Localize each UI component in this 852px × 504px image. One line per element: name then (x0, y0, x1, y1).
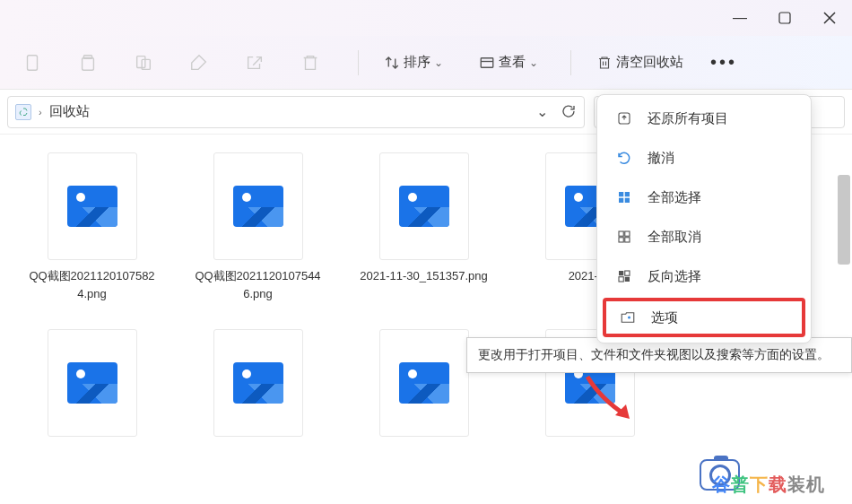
svg-rect-1 (28, 55, 38, 70)
file-item[interactable] (193, 329, 323, 437)
recycle-bin-icon (15, 104, 31, 120)
svg-rect-18 (625, 238, 630, 242)
svg-rect-12 (625, 192, 630, 196)
more-button[interactable]: ••• (701, 52, 746, 73)
svg-rect-15 (619, 231, 623, 236)
file-thumbnail-image (213, 329, 303, 437)
menu-restore-all[interactable]: 还原所有项目 (597, 99, 811, 138)
svg-rect-16 (625, 231, 630, 236)
svg-rect-3 (83, 57, 94, 70)
paste-button[interactable] (125, 44, 162, 82)
file-thumbnail-image (48, 152, 137, 260)
trash-icon (300, 53, 320, 73)
svg-rect-13 (619, 198, 623, 203)
sort-label: 排序 (404, 54, 430, 71)
toolbar: 排序 ⌄ 查看 ⌄ 清空回收站 ••• (0, 36, 852, 90)
file-item[interactable]: 2021-11-30_151357.png (359, 152, 489, 302)
cut-icon (22, 53, 42, 73)
sort-button[interactable]: 排序 ⌄ (369, 47, 457, 78)
file-item[interactable]: QQ截图20211201075446.png (193, 152, 323, 302)
refresh-icon[interactable] (561, 103, 577, 119)
view-icon (479, 55, 495, 71)
share-button[interactable] (236, 44, 274, 82)
svg-rect-11 (619, 192, 623, 196)
more-icon: ••• (710, 52, 737, 72)
svg-rect-0 (779, 13, 790, 23)
invert-icon (615, 267, 633, 285)
paste-icon (134, 53, 153, 73)
minimize-button[interactable]: — (717, 0, 762, 36)
chevron-down-icon[interactable]: ⌄ (536, 103, 548, 120)
toolbar-separator (358, 50, 359, 75)
svg-rect-14 (625, 198, 630, 203)
menu-label: 全部取消 (648, 229, 701, 246)
scrollbar-thumb[interactable] (838, 175, 850, 265)
menu-label: 反向选择 (648, 268, 701, 285)
menu-select-none[interactable]: 全部取消 (597, 217, 811, 256)
restore-icon (615, 109, 633, 127)
svg-rect-20 (625, 271, 630, 275)
select-all-icon (615, 188, 633, 206)
file-name: QQ截图20211201075446.png (193, 267, 323, 302)
chevron-down-icon: ⌄ (434, 56, 443, 69)
copy-button[interactable] (69, 44, 107, 82)
file-thumbnail-image (379, 152, 469, 260)
chevron-right-icon: › (37, 107, 44, 117)
window-titlebar: — (0, 0, 852, 36)
svg-rect-17 (619, 238, 623, 242)
tooltip-text: 更改用于打开项目、文件和文件夹视图以及搜索等方面的设置。 (478, 347, 830, 361)
undo-icon (615, 149, 633, 167)
svg-rect-22 (625, 277, 630, 282)
empty-label: 清空回收站 (616, 54, 683, 71)
svg-rect-21 (619, 277, 623, 282)
svg-rect-19 (619, 271, 623, 275)
menu-select-all[interactable]: 全部选择 (597, 178, 811, 217)
svg-point-23 (628, 317, 630, 319)
rename-icon (189, 53, 209, 73)
file-name: 2021-11-30_151357.png (360, 267, 487, 285)
close-icon (823, 12, 836, 24)
empty-recycle-button[interactable]: 清空回收站 (582, 47, 694, 78)
annotation-arrow (583, 372, 646, 426)
view-label: 查看 (499, 54, 526, 71)
rename-button[interactable] (180, 44, 218, 82)
svg-rect-6 (481, 57, 493, 67)
toolbar-separator (570, 50, 571, 75)
chevron-down-icon: ⌄ (529, 56, 538, 69)
file-thumbnail-image (213, 152, 303, 260)
menu-label: 还原所有项目 (648, 110, 728, 127)
menu-label: 选项 (651, 309, 678, 326)
trash-icon (596, 55, 613, 71)
sort-icon (384, 55, 400, 71)
close-button[interactable] (807, 0, 852, 36)
menu-label: 撤消 (648, 150, 674, 167)
copy-icon (78, 53, 98, 73)
menu-label: 全部选择 (648, 189, 701, 206)
maximize-icon (778, 12, 791, 24)
select-none-icon (615, 228, 633, 246)
file-name: QQ截图20211201075824.png (27, 267, 157, 302)
maximize-button[interactable] (762, 0, 807, 36)
context-menu: 还原所有项目 撤消 全部选择 全部取消 反向选择 选项 (596, 94, 812, 343)
cut-button[interactable] (13, 44, 51, 82)
share-icon (245, 53, 265, 73)
options-icon (619, 308, 637, 326)
file-thumbnail-image (379, 329, 469, 437)
menu-undo[interactable]: 撤消 (597, 138, 811, 178)
file-thumbnail-image (48, 329, 137, 437)
address-text: 回收站 (49, 103, 90, 120)
address-bar[interactable]: › 回收站 ⌄ (7, 96, 585, 128)
menu-options[interactable]: 选项 (603, 298, 805, 337)
file-item[interactable] (27, 329, 157, 437)
svg-rect-4 (137, 56, 145, 67)
menu-invert-selection[interactable]: 反向选择 (597, 256, 811, 296)
file-item[interactable]: QQ截图20211201075824.png (27, 152, 157, 302)
view-button[interactable]: 查看 ⌄ (465, 47, 552, 78)
watermark: 谷普下载装机 (712, 473, 825, 497)
delete-button[interactable] (291, 44, 329, 82)
